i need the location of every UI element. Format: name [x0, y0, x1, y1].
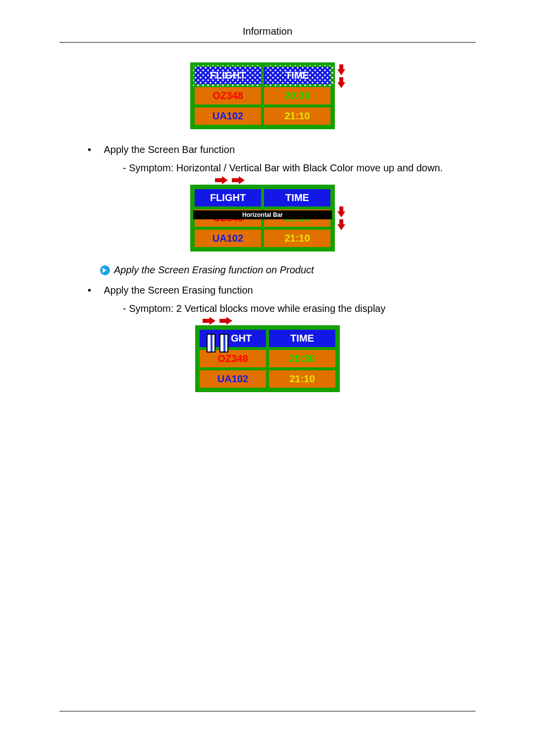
cell-time-2: 21:10 — [268, 369, 337, 389]
arrows-horizontal — [215, 177, 246, 184]
arrow-circle-icon — [100, 265, 110, 275]
page-title: Information — [243, 26, 292, 37]
col-header-flight: GHT — [198, 328, 268, 349]
arrow-down-icon — [338, 219, 345, 230]
bullet-sub: - Symptom: Horizontal / Vertical Bar wit… — [123, 162, 476, 174]
bullet-text: Apply the Screen Erasing function — [104, 285, 253, 296]
bullet-text: Apply the Screen Bar function — [104, 144, 235, 155]
cell-time-1: 20:30 — [263, 86, 332, 106]
arrows-horizontal — [203, 317, 233, 324]
arrows-vertical — [338, 206, 345, 230]
col-header-flight: FLIGHT — [193, 65, 263, 86]
bullet-list: Apply the Screen Bar function — [102, 144, 476, 155]
arrow-down-icon — [338, 206, 345, 217]
arrow-right-icon — [203, 317, 216, 324]
note-text: Apply the Screen Erasing function on Pro… — [114, 264, 314, 276]
figure-screen-bar: FLIGHT TIME OZ348 20:30 UA102 21:10 Hori… — [59, 177, 476, 252]
bullet-item: Apply the Screen Bar function — [102, 144, 476, 155]
cell-flight-1: OZ348 — [193, 86, 263, 106]
cell-flight-2: UA102 — [193, 228, 263, 249]
flight-board: FLIGHT TIME OZ348 20:30 UA102 21:10 — [190, 62, 335, 129]
cell-time-1: 20:30 — [268, 349, 337, 369]
col-header-time: TIME — [263, 65, 332, 86]
col-header-time: TIME — [268, 328, 337, 349]
arrows-vertical — [338, 64, 345, 88]
arrow-down-icon — [338, 77, 345, 88]
cell-flight-2: UA102 — [198, 369, 268, 389]
cell-time-2: 21:10 — [263, 106, 332, 126]
bullet-list: Apply the Screen Erasing function — [102, 285, 476, 296]
page-header: Information — [59, 0, 476, 43]
cell-time-2: 21:10 — [263, 228, 332, 249]
horizontal-bar-label: Horizontal Bar — [193, 210, 332, 219]
erasing-block — [219, 334, 228, 353]
flight-board: GHT TIME OZ348 20:30 UA102 — [195, 325, 340, 392]
erasing-blocks — [207, 334, 228, 353]
arrow-right-icon — [219, 317, 233, 324]
footer-divider — [59, 711, 476, 711]
col-header-time: TIME — [263, 188, 332, 208]
erasing-block — [207, 334, 215, 353]
cell-flight-2: UA102 — [193, 106, 263, 126]
note-row: Apply the Screen Erasing function on Pro… — [100, 264, 476, 276]
header-partial: GHT — [231, 333, 252, 344]
bullet-sub: - Symptom: 2 Vertical blocks move while … — [123, 303, 476, 314]
arrow-down-icon — [338, 64, 345, 75]
arrow-right-icon — [215, 177, 229, 184]
arrow-right-icon — [232, 177, 246, 184]
page-content: FLIGHT TIME OZ348 20:30 UA102 21:10 — [59, 43, 476, 392]
figure-screen-erasing: GHT TIME OZ348 20:30 UA102 — [59, 317, 476, 392]
col-header-flight: FLIGHT — [193, 188, 263, 208]
figure-pixel-shift: FLIGHT TIME OZ348 20:30 UA102 21:10 — [59, 62, 476, 129]
bullet-item: Apply the Screen Erasing function — [102, 285, 476, 296]
